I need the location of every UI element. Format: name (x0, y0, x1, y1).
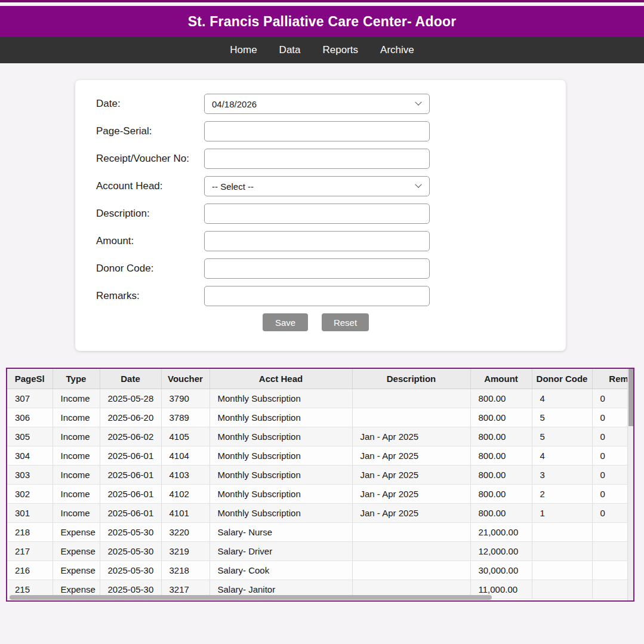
cell: 2025-06-01 (100, 465, 161, 484)
page: St. Francis Palliative Care Center- Adoo… (0, 0, 644, 644)
horizontal-scrollbar-thumb[interactable] (10, 595, 492, 600)
cell: 218 (7, 522, 53, 541)
donor-code-input[interactable] (204, 258, 430, 279)
cell: 3 (532, 465, 592, 484)
page-title: St. Francis Palliative Care Center- Adoo… (188, 14, 457, 30)
col-header-amount: Amount (470, 369, 532, 389)
cell (592, 560, 627, 580)
cell: Jan - Apr 2025 (352, 427, 470, 446)
vertical-scrollbar-thumb[interactable] (628, 369, 633, 426)
donor-code-label: Donor Code: (96, 263, 204, 275)
vertical-scrollbar[interactable] (627, 369, 633, 600)
nav-item-archive[interactable]: Archive (380, 44, 414, 56)
cell: 303 (7, 465, 53, 484)
cell: 2025-05-30 (100, 560, 161, 580)
cell: 800.00 (470, 484, 532, 503)
cell: Income (53, 408, 100, 427)
cell: 0 (592, 484, 627, 503)
table-row: 307Income2025-05-283790Monthly Subscript… (7, 389, 627, 408)
cell: 307 (7, 389, 53, 408)
date-select[interactable]: 04/18/2026 (204, 94, 430, 114)
voucher-no-input[interactable] (204, 149, 430, 169)
date-select-value: 04/18/2026 (212, 99, 257, 109)
cell: Monthly Subscription (209, 408, 352, 427)
remarks-input[interactable] (204, 286, 430, 306)
cell: 4104 (161, 446, 209, 465)
cell: 4102 (161, 484, 209, 503)
nav-item-data[interactable]: Data (279, 44, 301, 56)
records-table-clip: PageSl Type Date Voucher Acct Head Descr… (7, 369, 627, 600)
cell: 3790 (161, 389, 209, 408)
form-row-amount: Amount: (96, 231, 566, 251)
app-header: St. Francis Palliative Care Center- Adoo… (0, 6, 644, 37)
cell (532, 541, 592, 560)
col-header-description: Description (352, 369, 470, 389)
cell: 5 (532, 408, 592, 427)
table-row: 302Income2025-06-014102Monthly Subscript… (7, 484, 627, 503)
cell: 2025-05-30 (100, 522, 161, 541)
table-row: 303Income2025-06-014103Monthly Subscript… (7, 465, 627, 484)
form-buttons: Save Reset (263, 313, 566, 331)
cell: 800.00 (470, 427, 532, 446)
account-head-select[interactable]: -- Select -- (204, 176, 430, 196)
cell: 2025-06-01 (100, 484, 161, 503)
cell: Monthly Subscription (209, 446, 352, 465)
cell: 216 (7, 560, 53, 580)
cell: 4103 (161, 465, 209, 484)
cell: Income (53, 446, 100, 465)
table-row: 301Income2025-06-014101Monthly Subscript… (7, 503, 627, 522)
cell: 0 (592, 408, 627, 427)
cell: 0 (592, 427, 627, 446)
cell (532, 560, 592, 580)
form-row-donor-code: Donor Code: (96, 258, 566, 279)
page-serial-input[interactable] (204, 121, 430, 141)
cell (592, 522, 627, 541)
cell: Salary- Cook (209, 560, 352, 580)
cell: 2025-06-01 (100, 446, 161, 465)
main-nav: Home Data Reports Archive (0, 37, 644, 63)
nav-item-reports[interactable]: Reports (323, 44, 359, 56)
cell: 3219 (161, 541, 209, 560)
cell: 1 (532, 503, 592, 522)
table-row: 304Income2025-06-014104Monthly Subscript… (7, 446, 627, 465)
cell (352, 560, 470, 580)
table-row: 306Income2025-06-203789Monthly Subscript… (7, 408, 627, 427)
cell (592, 541, 627, 560)
date-label: Date: (96, 98, 204, 110)
form-row-account-head: Account Head: -- Select -- (96, 176, 566, 196)
cell: 21,000.00 (470, 522, 532, 541)
cell: Salary- Driver (209, 541, 352, 560)
table-row: 217Expense2025-05-303219Salary- Driver12… (7, 541, 627, 560)
form-row-voucher-no: Receipt/Voucher No: (96, 149, 566, 169)
cell: 800.00 (470, 389, 532, 408)
cell: Jan - Apr 2025 (352, 465, 470, 484)
cell: 4 (532, 446, 592, 465)
page-serial-label: Page-Serial: (96, 125, 204, 137)
cell: 302 (7, 484, 53, 503)
reset-button[interactable]: Reset (322, 313, 369, 331)
cell: 12,000.00 (470, 541, 532, 560)
cell: 0 (592, 465, 627, 484)
form-row-page-serial: Page-Serial: (96, 121, 566, 141)
cell: Income (53, 484, 100, 503)
cell: 306 (7, 408, 53, 427)
cell (352, 408, 470, 427)
description-input[interactable] (204, 204, 430, 224)
chevron-down-icon (415, 181, 421, 188)
cell: Monthly Subscription (209, 503, 352, 522)
cell: Expense (53, 522, 100, 541)
cell: Monthly Subscription (209, 389, 352, 408)
amount-input[interactable] (204, 231, 430, 251)
form-row-remarks: Remarks: (96, 286, 566, 306)
voucher-no-label: Receipt/Voucher No: (96, 153, 204, 165)
cell: 3218 (161, 560, 209, 580)
nav-item-home[interactable]: Home (230, 44, 257, 56)
cell: 0 (592, 389, 627, 408)
cell (352, 522, 470, 541)
horizontal-scrollbar[interactable] (8, 595, 623, 600)
description-label: Description: (96, 208, 204, 220)
cell: Monthly Subscription (209, 484, 352, 503)
save-button[interactable]: Save (263, 313, 308, 331)
account-head-label: Account Head: (96, 180, 204, 192)
cell: 800.00 (470, 408, 532, 427)
